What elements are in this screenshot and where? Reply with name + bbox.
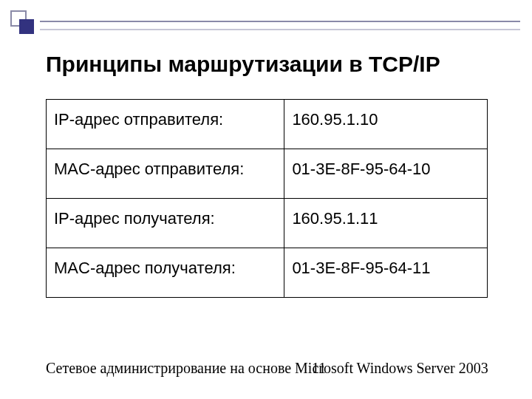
table-row: MAC-адрес получателя: 01-3E-8F-95-64-11 [47,248,488,298]
page-title: Принципы маршрутизации в TCP/IP [46,52,510,77]
row-label-sender-mac: MAC-адрес отправителя: [47,149,284,199]
row-value-sender-mac: 01-3E-8F-95-64-10 [284,149,488,199]
row-label-sender-ip: IP-адрес отправителя: [47,100,284,149]
address-table: IP-адрес отправителя: 160.95.1.10 MAC-ад… [46,99,488,298]
footer-text: Сетевое администрирование на основе Micr… [46,360,488,376]
rule-line-bottom [40,29,520,32]
rule-line-top [40,21,520,24]
slide-footer: Сетевое администрирование на основе Micr… [46,360,489,377]
row-value-recipient-ip: 160.95.1.11 [284,199,488,248]
table-row: MAC-адрес отправителя: 01-3E-8F-95-64-10 [47,149,488,199]
table-row: IP-адрес получателя: 160.95.1.11 [47,199,488,248]
row-value-recipient-mac: 01-3E-8F-95-64-11 [284,248,488,298]
row-label-recipient-ip: IP-адрес получателя: [47,199,284,248]
table-row: IP-адрес отправителя: 160.95.1.10 [47,100,488,149]
row-value-sender-ip: 160.95.1.10 [284,100,488,149]
page-number: 11 [312,360,326,377]
row-label-recipient-mac: MAC-адрес получателя: [47,248,284,298]
square-fill-icon [19,19,34,34]
